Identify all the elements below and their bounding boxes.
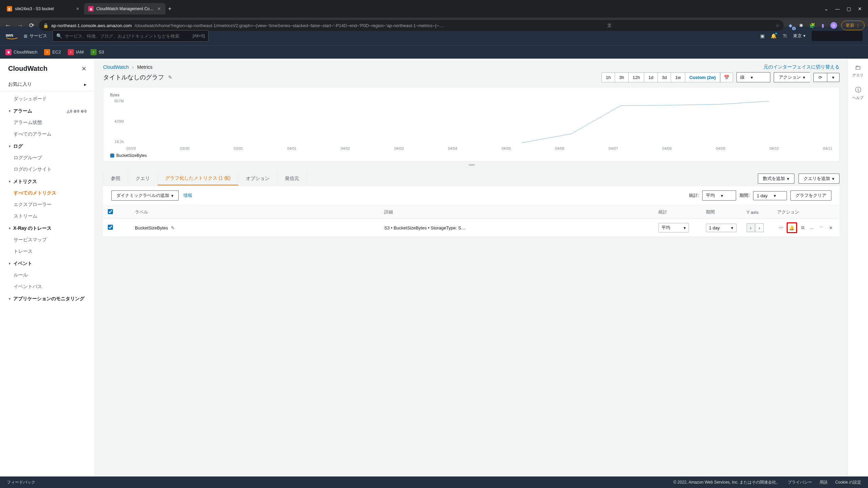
sidebar-item-all-alarms[interactable]: すべてのアラーム [0,128,95,140]
bookmark-icon[interactable]: ☆ [775,23,780,28]
cloudshell-icon[interactable]: ▣ [760,33,765,39]
right-tool-query[interactable]: 🗀 クエリ [852,64,864,78]
copy-icon[interactable]: ⧉ [798,224,807,232]
actions-button[interactable]: アクション ▾ [774,72,810,82]
terms-link[interactable]: 用語 [820,480,828,485]
yaxis-left-button[interactable]: ‹ [747,223,755,232]
extensions-icon[interactable]: 🧩 [809,22,815,29]
sidebar-section-alarms[interactable]: アラーム △0 ⊘0 ⊖0 [0,105,95,117]
services-button[interactable]: ⊞ サービス [24,33,47,39]
search-input[interactable] [65,34,190,39]
tab-options[interactable]: オプション [238,172,277,185]
sidebar-item-alarm-state[interactable]: アラーム状態 [0,117,95,128]
add-query-button[interactable]: クエリを追加 ▾ [798,174,840,184]
time-3d[interactable]: 3d [658,73,671,82]
extension-icon[interactable]: ▮ [820,22,826,29]
remove-icon[interactable]: ✕ [827,224,835,232]
time-3h[interactable]: 3h [615,73,628,82]
notifications-icon[interactable]: 🔔 [771,33,776,39]
back-icon[interactable]: ← [3,21,12,30]
feedback-link[interactable]: フィードバック [7,480,35,485]
sidebar-item-log-insights[interactable]: ログのインサイト [0,164,95,175]
reload-icon[interactable]: ⟳ [28,20,36,30]
anomaly-icon[interactable]: 〰 [777,224,785,232]
clear-graph-button[interactable]: グラフをクリア [790,190,831,201]
new-tab-button[interactable]: + [165,3,174,15]
sidebar-item-explorer[interactable]: エクスプローラー [0,199,95,210]
extension-icon[interactable]: ✱ [798,22,805,29]
url-bar[interactable]: 🔒 ap-northeast-1.console.aws.amazon.com … [39,20,784,31]
extension-icon[interactable]: ◆9 [787,22,794,29]
sidebar-section-app-monitoring[interactable]: アプリケーションのモニタリング [0,292,95,305]
time-1h[interactable]: 1h [602,73,615,82]
nav-s3[interactable]: ▪S3 [91,49,104,55]
info-link[interactable]: 情報 [183,192,192,199]
browser-tab-cloudwatch[interactable]: ◉ CloudWatch Management Conso ✕ [84,3,165,15]
edit-icon[interactable]: ✎ [168,75,172,80]
breadcrumb-root[interactable]: CloudWatch [103,64,129,70]
maximize-icon[interactable]: ▢ [847,6,851,12]
forward-icon[interactable]: → [16,21,24,30]
profile-icon[interactable]: h [830,22,837,29]
sidebar-section-logs[interactable]: ログ [0,140,95,152]
row-stat-select[interactable]: 平均▾ [658,223,689,232]
tab-query[interactable]: クエリ [128,172,158,185]
add-math-button[interactable]: 数式を追加 ▾ [758,174,794,184]
tab-browse[interactable]: 参照 [103,172,128,185]
search-box[interactable]: 🔍 [Alt+S] [53,30,209,42]
browser-tab-s3[interactable]: ◧ site24xs3 - S3 bucket ✕ [3,3,84,15]
region-selector[interactable]: 東京 ▾ [793,33,806,39]
time-1w[interactable]: 1w [671,73,685,82]
old-ui-link[interactable]: 元のインターフェイスに切り替える [764,64,840,70]
sidebar-item-rules[interactable]: ルール [0,269,95,281]
row-checkbox[interactable] [108,225,113,230]
nav-cloudwatch[interactable]: ◉CloudWatch [5,49,37,55]
time-custom[interactable]: Custom (2w) [685,73,720,82]
edit-icon[interactable]: ✎ [171,225,175,230]
sidebar-item-event-bus[interactable]: イベントバス [0,281,95,292]
refresh-dropdown[interactable]: ▾ [827,73,840,82]
sidebar-item-dashboard[interactable]: ダッシュボード [0,93,95,105]
close-window-icon[interactable]: ✕ [858,6,862,12]
sidebar-item-streams[interactable]: ストリーム [0,210,95,222]
row-period-select[interactable]: 1 day▾ [706,224,736,232]
refresh-button[interactable]: ⟳ [813,73,827,82]
nav-ec2[interactable]: ▪EC2 [44,49,61,55]
cookie-link[interactable]: Cookie の設定 [835,480,861,485]
resize-handle[interactable]: ══ [95,162,848,168]
select-all-checkbox[interactable] [108,209,113,214]
minimize-icon[interactable]: — [835,6,840,12]
sidebar-item-service-map[interactable]: サービスマップ [0,234,95,246]
close-sidebar-icon[interactable]: ✕ [81,65,86,73]
calendar-icon[interactable]: 📅 [720,73,733,82]
move-up-icon[interactable]: ︽ [808,224,816,232]
privacy-link[interactable]: プライバシー [788,480,812,485]
translate-icon[interactable]: 文 [607,22,612,28]
period-dropdown[interactable]: 1 day▾ [753,191,787,200]
sidebar-item-favorites[interactable]: お気に入り▸ [0,79,95,90]
create-alarm-icon[interactable]: 🔔 [787,222,797,233]
sidebar-section-xray[interactable]: X-Ray のトレース [0,222,95,234]
tab-source[interactable]: 発信元 [277,172,307,185]
nav-iam[interactable]: ▪IAM [68,49,84,55]
help-icon[interactable]: ?⃝ [783,33,787,39]
time-1d[interactable]: 1d [644,73,657,82]
dynamic-label-button[interactable]: ダイナミックラベルの追加 ▾ [111,190,179,201]
time-12h[interactable]: 12h [629,73,645,82]
user-menu[interactable] [812,31,863,41]
sidebar-item-log-groups[interactable]: ロググループ [0,152,95,164]
close-icon[interactable]: ✕ [75,6,80,12]
tab-graphed[interactable]: グラフ化したメトリクス (1 個) [158,172,238,185]
update-button[interactable]: 更新 ⋮ [841,21,865,30]
stat-dropdown[interactable]: 平均▾ [702,190,736,201]
move-down-icon[interactable]: ︾ [817,224,826,232]
sidebar-section-metrics[interactable]: メトリクス [0,175,95,187]
chart-area[interactable]: Bytes 857M 429M 18.2k 03/2903/3003/31 04… [110,93,832,150]
close-icon[interactable]: ✕ [157,6,161,12]
right-tool-help[interactable]: ⓘ ヘルプ [852,86,864,100]
aws-logo[interactable]: aws [5,32,18,40]
sidebar-item-all-metrics[interactable]: すべてのメトリクス [0,187,95,199]
yaxis-right-button[interactable]: › [755,223,764,232]
chart-type-dropdown[interactable]: 線▾ [736,72,770,82]
chevron-down-icon[interactable]: ⌄ [824,6,828,12]
